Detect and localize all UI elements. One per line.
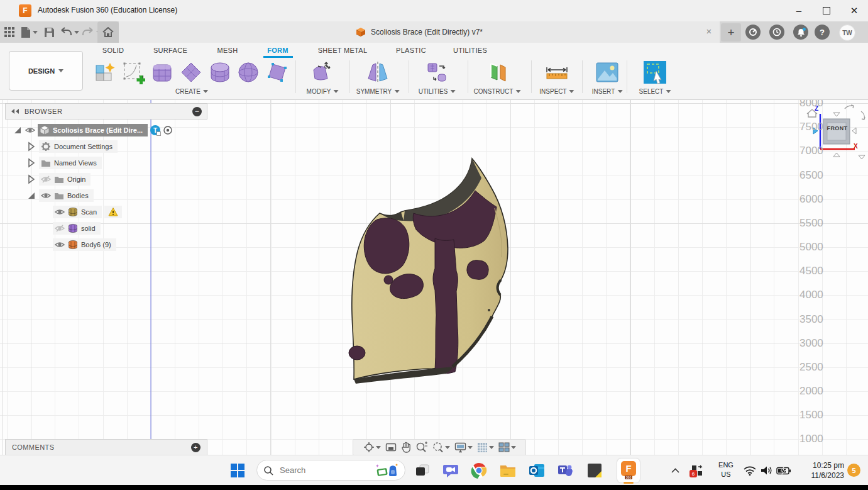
group-construct[interactable]: CONSTRUCT — [474, 88, 521, 95]
display-settings-button[interactable] — [454, 442, 473, 453]
home-button[interactable] — [97, 21, 119, 43]
outlook-app-button[interactable] — [527, 460, 547, 481]
visibility-eye-off-icon[interactable] — [41, 174, 51, 184]
start-button[interactable] — [228, 460, 248, 481]
viewport-canvas[interactable]: FRONT Z X 8000 7500 7000 6500 6000 5500 … — [0, 99, 868, 455]
group-inspect[interactable]: INSPECT — [539, 88, 574, 95]
visibility-eye-off-icon[interactable] — [55, 223, 65, 233]
browser-body-solid[interactable]: solid — [53, 221, 101, 236]
select-button[interactable] — [642, 59, 668, 86]
form-plane-button[interactable] — [178, 59, 204, 86]
chat-app-button[interactable] — [441, 460, 461, 481]
tray-sync-button[interactable]: 6 — [688, 460, 706, 481]
maximize-button[interactable] — [813, 0, 840, 21]
tab-mesh[interactable]: MESH — [217, 47, 238, 54]
browser-item-bodies[interactable]: Bodies — [26, 188, 94, 203]
tab-surface[interactable]: SURFACE — [153, 47, 187, 54]
group-utilities[interactable]: UTILITIES — [419, 88, 456, 95]
group-select[interactable]: SELECT — [639, 88, 671, 95]
comments-bar[interactable]: COMMENTS + — [5, 439, 207, 455]
expanded-triangle-icon[interactable] — [26, 191, 36, 201]
viewports-button[interactable] — [498, 442, 516, 452]
add-comment-button[interactable]: + — [191, 443, 201, 452]
form-utilities-button[interactable] — [424, 59, 450, 86]
visibility-eye-icon[interactable] — [55, 207, 65, 217]
tray-expand-button[interactable] — [667, 460, 683, 481]
group-modify[interactable]: MODIFY — [307, 88, 339, 95]
save-button[interactable] — [44, 24, 55, 40]
minimize-button[interactable]: – — [785, 0, 813, 21]
document-tab-close[interactable]: × — [703, 26, 715, 36]
browser-root-item[interactable]: Scoliosis Brace (Edit Dire... T — [13, 123, 173, 138]
new-tab-button[interactable]: + — [721, 23, 741, 42]
teams-app-button[interactable] — [556, 460, 576, 481]
document-tab[interactable]: Scoliosis Brace (Edit Directly) v7* × — [119, 21, 720, 43]
tab-plastic[interactable]: PLASTIC — [396, 47, 426, 54]
edit-form-button[interactable] — [264, 59, 290, 86]
battery-indicator[interactable] — [774, 460, 792, 481]
tab-sheet-metal[interactable]: SHEET METAL — [318, 47, 368, 54]
pan-button[interactable] — [401, 442, 411, 453]
browser-item-document-settings[interactable]: Document Settings — [26, 139, 118, 154]
chrome-app-button[interactable] — [469, 460, 489, 481]
volume-indicator[interactable] — [758, 460, 774, 481]
zoom-button[interactable] — [415, 442, 427, 453]
browser-item-named-views[interactable]: Named Views — [26, 155, 102, 170]
browser-collapse-button[interactable]: − — [192, 107, 202, 116]
form-cylinder-button[interactable] — [207, 59, 233, 86]
collapsed-triangle-icon[interactable] — [26, 174, 36, 184]
visibility-eye-icon[interactable] — [55, 240, 65, 250]
extensions-button[interactable] — [745, 25, 761, 40]
language-indicator[interactable]: ENG US — [715, 460, 737, 479]
notification-count-badge[interactable]: 5 — [847, 464, 860, 477]
taskbar-search[interactable] — [256, 460, 405, 481]
collapsed-triangle-icon[interactable] — [26, 142, 36, 152]
view-cube[interactable] — [803, 101, 868, 168]
construct-button[interactable] — [484, 59, 510, 86]
browser-body-scan[interactable]: Scan — [53, 204, 122, 220]
browser-item-origin[interactable]: Origin — [26, 172, 91, 187]
help-button[interactable]: ? — [815, 25, 830, 40]
app-grid-button[interactable] — [4, 24, 15, 40]
group-insert[interactable]: INSERT — [592, 88, 623, 95]
tab-utilities[interactable]: UTILITIES — [453, 47, 487, 54]
task-view-button[interactable] — [412, 460, 432, 481]
scoliosis-brace-model[interactable] — [339, 145, 547, 391]
activate-target-icon[interactable] — [163, 125, 173, 135]
fusion-taskbar-button[interactable]: F 360 — [617, 459, 640, 482]
modify-form-button[interactable] — [309, 59, 336, 86]
design-workspace-button[interactable]: DESIGN — [9, 51, 83, 91]
symmetry-button[interactable] — [365, 59, 391, 86]
expanded-triangle-icon[interactable] — [13, 125, 23, 135]
browser-panel-header[interactable]: BROWSER − — [5, 103, 207, 120]
insert-button[interactable] — [594, 59, 620, 86]
root-item-chip[interactable]: Scoliosis Brace (Edit Dire... — [38, 124, 148, 136]
clock-date[interactable]: 10:25 pm 11/6/2023 — [795, 460, 844, 481]
group-symmetry[interactable]: SYMMETRY — [356, 88, 400, 95]
close-button[interactable]: ✕ — [840, 0, 868, 21]
undo-button[interactable] — [60, 24, 79, 40]
job-status-button[interactable] — [769, 25, 784, 40]
collapse-panel-icon[interactable] — [11, 108, 19, 114]
visibility-eye-icon[interactable] — [25, 125, 35, 135]
notes-app-button[interactable] — [585, 460, 605, 481]
fit-button[interactable] — [432, 442, 450, 453]
notifications-button[interactable] — [793, 25, 808, 40]
new-design-button[interactable] — [91, 59, 118, 86]
file-explorer-button[interactable] — [498, 460, 518, 481]
browser-body-body6[interactable]: Body6 (9) — [53, 237, 116, 252]
orbit-button[interactable] — [363, 442, 381, 453]
tab-solid[interactable]: SOLID — [102, 47, 124, 54]
form-box-button[interactable] — [149, 59, 175, 86]
tab-form[interactable]: FORM — [267, 47, 288, 54]
search-input[interactable] — [278, 465, 363, 476]
visibility-eye-icon[interactable] — [41, 191, 51, 201]
wifi-indicator[interactable] — [742, 460, 758, 481]
collapsed-triangle-icon[interactable] — [26, 158, 36, 168]
file-menu-button[interactable] — [21, 24, 38, 40]
group-create[interactable]: CREATE — [175, 88, 208, 95]
user-avatar[interactable]: TW — [839, 25, 855, 41]
create-sketch-button[interactable] — [120, 59, 146, 86]
look-at-button[interactable] — [385, 442, 397, 452]
form-sphere-button[interactable] — [235, 59, 261, 86]
